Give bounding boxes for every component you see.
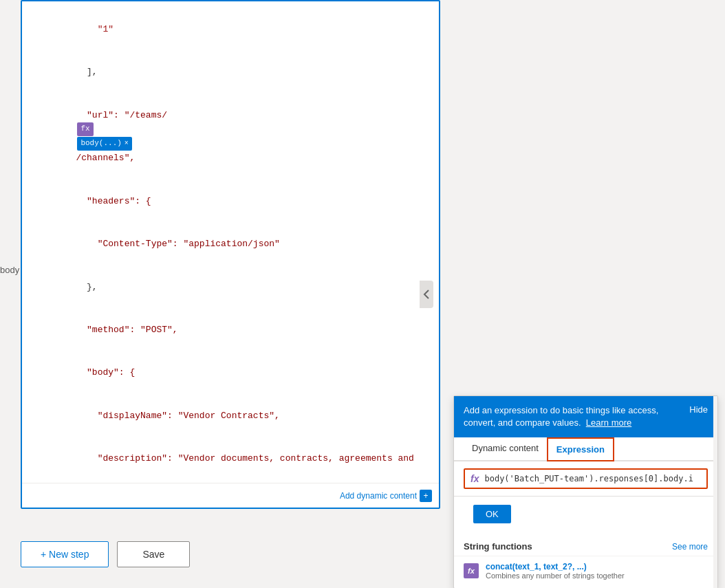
expr-input-field[interactable]: body('Batch_PUT-team').responses[0].body… (484, 474, 701, 483)
code-line-8: "body": { (22, 352, 439, 395)
code-line-4: "headers": { (22, 180, 439, 223)
collapse-arrow[interactable] (420, 281, 433, 308)
body-chip[interactable]: body(...) × (77, 137, 131, 151)
fx-label-icon: fx (470, 473, 479, 484)
function-fx-icon: fx (464, 563, 479, 578)
main-area: body "1" ], "url": "/teams/ fx body(...)… (0, 0, 725, 588)
tab-dynamic-content[interactable]: Dynamic content (464, 437, 547, 461)
code-panel: "1" ], "url": "/teams/ fx body(...) × /c… (21, 0, 440, 509)
expr-header-text: Add an expression to do basic things lik… (464, 404, 681, 429)
add-dynamic-bar[interactable]: Add dynamic content + (22, 483, 439, 508)
new-step-button[interactable]: + New step (21, 541, 109, 567)
bottom-actions: + New step Save (21, 541, 190, 567)
code-line-2: ], (22, 51, 439, 94)
tab-expression[interactable]: Expression (547, 437, 614, 461)
function-item-concat[interactable]: fx concat(text_1, text_2?, ...) Combines… (454, 556, 717, 585)
expr-input-area: fx body('Batch_PUT-team').responses[0].b… (454, 461, 717, 497)
expr-functions-header: String functions See more (454, 537, 717, 556)
body-label: body (0, 265, 19, 275)
code-line-7: "method": "POST", (22, 309, 439, 351)
code-line-9: "displayName": "Vendor Contracts", (22, 395, 439, 437)
save-button[interactable]: Save (117, 541, 190, 567)
ok-button[interactable]: OK (473, 505, 511, 523)
code-line-5: "Content-Type": "application/json" (22, 223, 439, 265)
chevron-left-icon (423, 289, 430, 300)
learn-more-link[interactable]: Learn more (586, 417, 631, 428)
chip-close-icon[interactable]: × (125, 138, 129, 149)
see-more-link[interactable]: See more (672, 542, 708, 552)
hide-button[interactable]: Hide (689, 404, 708, 415)
code-line-3: "url": "/teams/ fx body(...) × /channels… (22, 94, 439, 180)
expr-functions-area: String functions See more fx concat(text… (454, 534, 717, 588)
expr-scrollbar[interactable] (713, 396, 717, 588)
code-line-6: }, (22, 266, 439, 309)
expression-panel: Add an expression to do basic things lik… (453, 395, 718, 588)
add-dynamic-link[interactable]: Add dynamic content (340, 491, 417, 501)
add-dynamic-icon[interactable]: + (420, 490, 432, 502)
function-description: Combines any number of strings together (486, 571, 625, 580)
function-details: concat(text_1, text_2?, ...) Combines an… (486, 562, 625, 580)
expr-header: Add an expression to do basic things lik… (454, 396, 717, 437)
expr-input-row: fx body('Batch_PUT-team').responses[0].b… (464, 468, 708, 489)
ok-button-area: OK (454, 497, 717, 534)
functions-title: String functions (464, 541, 532, 552)
expr-tabs: Dynamic content Expression (454, 437, 717, 461)
function-name: concat(text_1, text_2?, ...) (486, 562, 625, 571)
code-content[interactable]: "1" ], "url": "/teams/ fx body(...) × /c… (22, 1, 439, 483)
code-line-10: "description": "Vendor documents, contra… (22, 437, 439, 480)
fx-chip[interactable]: fx (77, 122, 93, 136)
code-line-1: "1" (22, 8, 439, 51)
